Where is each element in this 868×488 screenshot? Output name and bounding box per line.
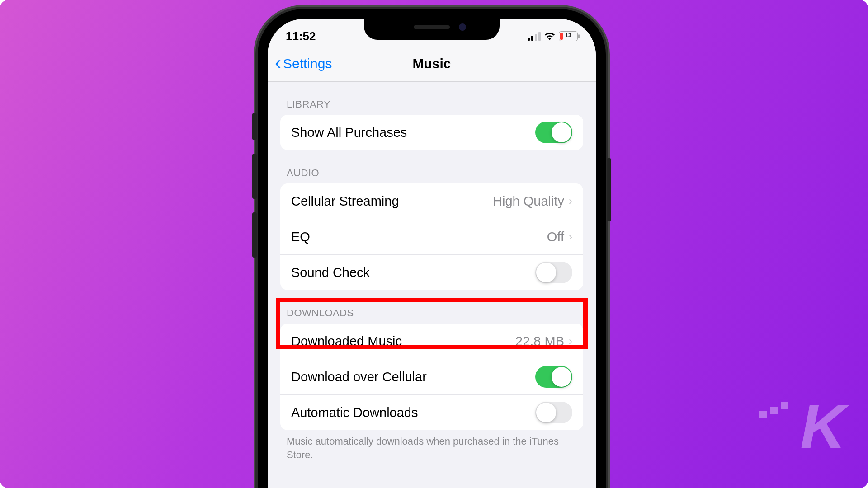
row-downloaded-music[interactable]: Downloaded Music 22.8 MB ›	[280, 324, 583, 359]
brand-logo-letter: K	[800, 390, 843, 463]
row-label: Download over Cellular	[291, 370, 535, 385]
volume-down-button	[252, 212, 257, 258]
row-label: Automatic Downloads	[291, 405, 535, 420]
cellular-signal-icon	[528, 32, 541, 41]
settings-content[interactable]: LIBRARY Show All Purchases AUDIO Cellula…	[268, 81, 596, 488]
display-notch	[364, 19, 500, 40]
row-automatic-downloads[interactable]: Automatic Downloads	[280, 395, 583, 430]
background-gradient: K 11:52	[0, 0, 868, 488]
battery-percent: 13	[559, 32, 577, 38]
row-detail: 22.8 MB	[515, 334, 564, 349]
row-eq[interactable]: EQ Off ›	[280, 219, 583, 255]
toggle-automatic-downloads[interactable]	[535, 402, 572, 423]
brand-dots-icon	[760, 402, 791, 420]
row-detail: Off	[547, 230, 564, 244]
row-label: Cellular Streaming	[291, 194, 493, 209]
navigation-bar: ‹ Settings Music	[268, 46, 596, 82]
row-download-over-cellular[interactable]: Download over Cellular	[280, 359, 583, 395]
chevron-right-icon: ›	[569, 335, 572, 347]
row-detail: High Quality	[493, 194, 564, 209]
toggle-download-over-cellular[interactable]	[535, 366, 572, 388]
chevron-right-icon: ›	[569, 195, 572, 207]
toggle-sound-check[interactable]	[535, 262, 572, 283]
row-label: Downloaded Music	[291, 334, 515, 349]
row-sound-check[interactable]: Sound Check	[280, 255, 583, 290]
speaker-grille	[414, 25, 450, 29]
chevron-right-icon: ›	[569, 230, 572, 243]
back-button[interactable]: ‹ Settings	[268, 55, 332, 72]
section-header-audio: AUDIO	[280, 150, 583, 183]
power-button	[607, 158, 611, 221]
section-footer-downloads: Music automatically downloads when purch…	[280, 430, 583, 461]
wifi-icon	[544, 32, 555, 40]
row-label: Show All Purchases	[291, 125, 535, 140]
battery-icon: 13	[559, 31, 578, 41]
back-button-label: Settings	[283, 56, 332, 71]
mute-switch	[252, 113, 257, 140]
phone-frame: 11:52 13 ‹ Settings	[258, 9, 606, 488]
row-label: Sound Check	[291, 265, 535, 280]
section-group-audio: Cellular Streaming High Quality › EQ Off…	[280, 183, 583, 290]
section-header-downloads: DOWNLOADS	[280, 290, 583, 324]
section-group-downloads: Downloaded Music 22.8 MB › Download over…	[280, 324, 583, 430]
row-label: EQ	[291, 230, 547, 244]
section-header-library: LIBRARY	[280, 81, 583, 115]
volume-up-button	[252, 154, 257, 199]
phone-screen: 11:52 13 ‹ Settings	[268, 19, 596, 488]
row-cellular-streaming[interactable]: Cellular Streaming High Quality ›	[280, 183, 583, 219]
chevron-left-icon: ‹	[275, 53, 281, 72]
row-show-all-purchases[interactable]: Show All Purchases	[280, 115, 583, 150]
toggle-show-all-purchases[interactable]	[535, 122, 572, 143]
section-group-library: Show All Purchases	[280, 115, 583, 150]
front-camera-icon	[459, 23, 466, 31]
